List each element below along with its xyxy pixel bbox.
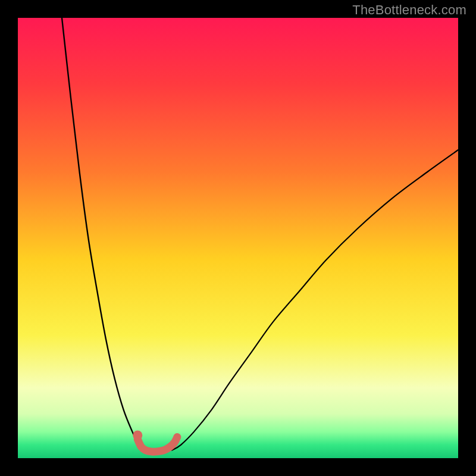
plot-area bbox=[18, 18, 458, 458]
watermark-text: TheBottleneck.com bbox=[352, 2, 466, 18]
highlight-dot bbox=[133, 431, 142, 440]
bottleneck-curve bbox=[18, 18, 458, 458]
highlight-segment bbox=[137, 437, 177, 452]
curve-right-branch bbox=[172, 150, 458, 450]
curve-left-branch bbox=[62, 18, 146, 450]
chart-frame: TheBottleneck.com bbox=[0, 0, 476, 476]
